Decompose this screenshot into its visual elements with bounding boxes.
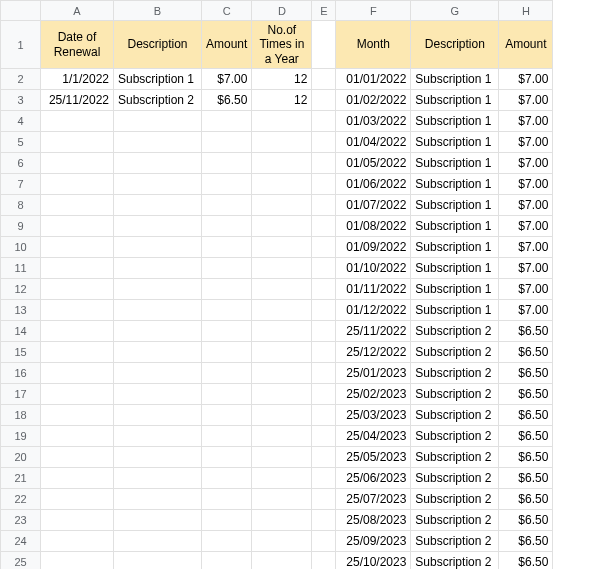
cell-D25[interactable] xyxy=(252,552,312,569)
cell-A25[interactable] xyxy=(41,552,114,569)
cell-B2[interactable]: Subscription 1 xyxy=(114,69,202,90)
cell-A18[interactable] xyxy=(41,405,114,426)
cell-B19[interactable] xyxy=(114,426,202,447)
cell-H16[interactable]: $6.50 xyxy=(499,363,553,384)
cell-B23[interactable] xyxy=(114,510,202,531)
row-header-23[interactable]: 23 xyxy=(1,510,41,531)
cell-H14[interactable]: $6.50 xyxy=(499,321,553,342)
cell-A13[interactable] xyxy=(41,300,114,321)
cell-G19[interactable]: Subscription 2 xyxy=(411,426,499,447)
cell-E6[interactable] xyxy=(312,153,336,174)
cell-F3[interactable]: 01/02/2022 xyxy=(336,90,411,111)
row-header-19[interactable]: 19 xyxy=(1,426,41,447)
cell-B8[interactable] xyxy=(114,195,202,216)
cell-H11[interactable]: $7.00 xyxy=(499,258,553,279)
cell-D10[interactable] xyxy=(252,237,312,258)
row-header-4[interactable]: 4 xyxy=(1,111,41,132)
cell-F2[interactable]: 01/01/2022 xyxy=(336,69,411,90)
cell-H6[interactable]: $7.00 xyxy=(499,153,553,174)
cell-F22[interactable]: 25/07/2023 xyxy=(336,489,411,510)
cell-B16[interactable] xyxy=(114,363,202,384)
cell-B17[interactable] xyxy=(114,384,202,405)
cell-F5[interactable]: 01/04/2022 xyxy=(336,132,411,153)
cell-H23[interactable]: $6.50 xyxy=(499,510,553,531)
cell-A10[interactable] xyxy=(41,237,114,258)
cell-D16[interactable] xyxy=(252,363,312,384)
cell-G3[interactable]: Subscription 1 xyxy=(411,90,499,111)
row-header-25[interactable]: 25 xyxy=(1,552,41,569)
cell-E10[interactable] xyxy=(312,237,336,258)
row-header-3[interactable]: 3 xyxy=(1,90,41,111)
cell-E7[interactable] xyxy=(312,174,336,195)
cell-G2[interactable]: Subscription 1 xyxy=(411,69,499,90)
cell-C10[interactable] xyxy=(202,237,252,258)
cell-F20[interactable]: 25/05/2023 xyxy=(336,447,411,468)
cell-H8[interactable]: $7.00 xyxy=(499,195,553,216)
cell-D4[interactable] xyxy=(252,111,312,132)
cell-H13[interactable]: $7.00 xyxy=(499,300,553,321)
cell-G16[interactable]: Subscription 2 xyxy=(411,363,499,384)
cell-H22[interactable]: $6.50 xyxy=(499,489,553,510)
cell-A16[interactable] xyxy=(41,363,114,384)
cell-A24[interactable] xyxy=(41,531,114,552)
cell-A9[interactable] xyxy=(41,216,114,237)
col-header-D[interactable]: D xyxy=(252,1,312,21)
row-header-13[interactable]: 13 xyxy=(1,300,41,321)
row-header-20[interactable]: 20 xyxy=(1,447,41,468)
cell-C23[interactable] xyxy=(202,510,252,531)
cell-D21[interactable] xyxy=(252,468,312,489)
cell-G4[interactable]: Subscription 1 xyxy=(411,111,499,132)
cell-G7[interactable]: Subscription 1 xyxy=(411,174,499,195)
col-header-A[interactable]: A xyxy=(41,1,114,21)
cell-E2[interactable] xyxy=(312,69,336,90)
col-header-E[interactable]: E xyxy=(312,1,336,21)
cell-E17[interactable] xyxy=(312,384,336,405)
cell-G11[interactable]: Subscription 1 xyxy=(411,258,499,279)
cell-H24[interactable]: $6.50 xyxy=(499,531,553,552)
cell-F18[interactable]: 25/03/2023 xyxy=(336,405,411,426)
cell-C2[interactable]: $7.00 xyxy=(202,69,252,90)
cell-A2[interactable]: 1/1/2022 xyxy=(41,69,114,90)
cell-B13[interactable] xyxy=(114,300,202,321)
cell-H25[interactable]: $6.50 xyxy=(499,552,553,569)
cell-D12[interactable] xyxy=(252,279,312,300)
cell-D8[interactable] xyxy=(252,195,312,216)
cell-C16[interactable] xyxy=(202,363,252,384)
cell-F24[interactable]: 25/09/2023 xyxy=(336,531,411,552)
cell-E22[interactable] xyxy=(312,489,336,510)
cell-G6[interactable]: Subscription 1 xyxy=(411,153,499,174)
cell-E15[interactable] xyxy=(312,342,336,363)
row-header-11[interactable]: 11 xyxy=(1,258,41,279)
cell-A21[interactable] xyxy=(41,468,114,489)
cell-F23[interactable]: 25/08/2023 xyxy=(336,510,411,531)
cell-B21[interactable] xyxy=(114,468,202,489)
cell-C19[interactable] xyxy=(202,426,252,447)
cell-A23[interactable] xyxy=(41,510,114,531)
cell-G15[interactable]: Subscription 2 xyxy=(411,342,499,363)
cell-D5[interactable] xyxy=(252,132,312,153)
cell-B9[interactable] xyxy=(114,216,202,237)
cell-D11[interactable] xyxy=(252,258,312,279)
cell-D1[interactable]: No.of Times in a Year xyxy=(252,21,312,69)
cell-F8[interactable]: 01/07/2022 xyxy=(336,195,411,216)
cell-H4[interactable]: $7.00 xyxy=(499,111,553,132)
spreadsheet-grid[interactable]: ABCDEFGH1Date of RenewalDescriptionAmoun… xyxy=(0,0,553,569)
cell-F16[interactable]: 25/01/2023 xyxy=(336,363,411,384)
cell-F12[interactable]: 01/11/2022 xyxy=(336,279,411,300)
col-header-C[interactable]: C xyxy=(202,1,252,21)
cell-G14[interactable]: Subscription 2 xyxy=(411,321,499,342)
cell-C24[interactable] xyxy=(202,531,252,552)
cell-G9[interactable]: Subscription 1 xyxy=(411,216,499,237)
cell-D2[interactable]: 12 xyxy=(252,69,312,90)
cell-B4[interactable] xyxy=(114,111,202,132)
cell-C11[interactable] xyxy=(202,258,252,279)
cell-F6[interactable]: 01/05/2022 xyxy=(336,153,411,174)
cell-E16[interactable] xyxy=(312,363,336,384)
cell-C7[interactable] xyxy=(202,174,252,195)
cell-B12[interactable] xyxy=(114,279,202,300)
cell-E4[interactable] xyxy=(312,111,336,132)
cell-G10[interactable]: Subscription 1 xyxy=(411,237,499,258)
cell-C21[interactable] xyxy=(202,468,252,489)
cell-E20[interactable] xyxy=(312,447,336,468)
cell-E3[interactable] xyxy=(312,90,336,111)
